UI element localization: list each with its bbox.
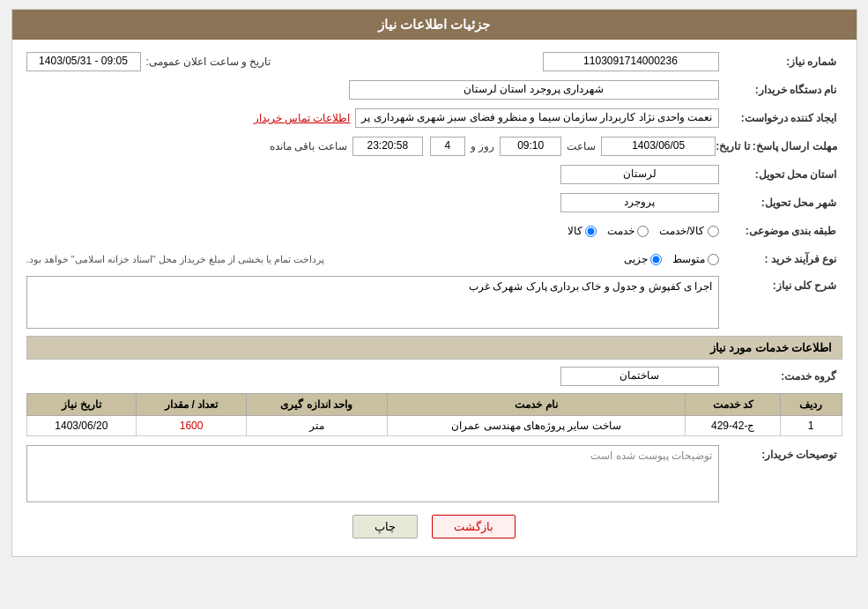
deadline-date: 1403/06/05 [601,137,716,156]
radio-jozvi[interactable]: جزیی [624,253,662,265]
province-value: لرستان [560,165,719,184]
province-label: استان محل تحویل: [719,168,842,181]
category-radio-group: کالا/خدمت خدمت کالا [26,225,719,237]
category-row: طبقه بندی موضوعی: کالا/خدمت خدمت کالا [26,219,842,242]
main-container: جزئیات اطلاعات نیاز شماره نیاز: 11030917… [11,9,857,557]
creator-value: نعمت واحدی نژاد کاربردار سازمان سیما و م… [355,108,718,128]
contact-link[interactable]: اطلاعات تماس خریدار [254,112,351,124]
cell-service_code: ج-42-429 [686,416,780,436]
purchase-type-label: نوع فرآیند خرید : [719,253,842,265]
city-value: پروجرد [560,193,719,212]
creator-label: ایجاد کننده درخواست: [719,112,842,124]
buyer-notes-placeholder: توضیحات پیوست شده است [590,449,712,462]
city-label: شهر محل تحویل: [719,197,842,209]
radio-motavaset-label: متوسط [672,253,705,265]
services-table: ردیف کد خدمت نام خدمت واحد اندازه گیری ت… [26,393,842,436]
col-quantity: تعداد / مقدار [137,394,247,416]
radio-kala-khedmat-input[interactable] [708,226,719,237]
content-area: شماره نیاز: 1103091714000236 تاریخ و ساع… [12,40,857,556]
day-label: روز و [471,140,494,152]
deadline-label: مهلت ارسال پاسخ: تا تاریخ: [716,140,842,152]
col-unit: واحد اندازه گیری [246,394,387,416]
purchase-note: پرداخت تمام یا بخشی از مبلغ خریداز محل "… [26,254,325,265]
city-row: شهر محل تحویل: پروجرد [26,191,842,214]
radio-kala-khedmat-label: کالا/خدمت [659,225,704,237]
service-group-row: گروه خدمت: ساختمان [26,365,842,388]
col-service-name: نام خدمت [387,394,686,416]
radio-kala-khedmat[interactable]: کالا/خدمت [659,225,718,237]
time-label: ساعت [567,140,596,152]
purchase-type-group: متوسط جزیی [338,253,718,265]
radio-jozvi-input[interactable] [650,254,662,265]
back-button[interactable]: بازگشت [432,515,516,538]
buyer-notes-label: توصیحات خریدار: [719,445,842,461]
creator-row: ایجاد کننده درخواست: نعمت واحدی نژاد کار… [26,107,842,130]
category-label: طبقه بندی موضوعی: [719,225,842,237]
buyer-org-label: نام دستگاه خریدار: [719,84,842,96]
buyer-org-row: نام دستگاه خریدار: شهرداری پروجرد استان … [26,78,842,101]
col-date: تاریخ نیاز [26,394,137,416]
general-desc-value: اجرا ی کفپوش و جدول و خاک برداری پارک شه… [26,276,719,329]
cell-date: 1403/06/20 [26,416,137,436]
radio-kala[interactable]: کالا [568,225,597,237]
need-number-value: 1103091714000236 [543,52,719,71]
page-title: جزئیات اطلاعات نیاز [378,17,490,32]
buyer-org-value: شهرداری پروجرد استان لرستان [349,80,719,100]
cell-unit: متر [246,416,387,436]
buyer-notes-row: توصیحات خریدار: توضیحات پیوست شده است [26,445,842,502]
buyer-notes-area: توضیحات پیوست شده است [26,445,719,502]
deadline-time: 09:10 [500,137,561,156]
radio-kala-label: کالا [568,225,582,237]
cell-quantity: 1600 [137,416,247,436]
need-number-row: شماره نیاز: 1103091714000236 تاریخ و ساع… [26,50,842,73]
service-group-label: گروه خدمت: [719,370,842,382]
radio-khedmat[interactable]: خدمت [607,225,649,237]
remaining-label: ساعت باقی مانده [270,140,347,152]
general-desc-row: شرح کلی نیاز: اجرا ی کفپوش و جدول و خاک … [26,276,842,329]
print-button[interactable]: چاپ [352,515,418,538]
table-row: 1ج-42-429ساخت سایر پروژه‌های مهندسی عمرا… [26,416,842,436]
page-header: جزئیات اطلاعات نیاز [12,10,857,40]
radio-motavaset-input[interactable] [708,254,719,265]
radio-jozvi-label: جزیی [624,253,648,265]
col-row-num: ردیف [780,394,842,416]
radio-khedmat-input[interactable] [637,226,649,237]
cell-row_num: 1 [780,416,842,436]
action-buttons: بازگشت چاپ [26,515,842,538]
province-row: استان محل تحویل: لرستان [26,163,842,186]
service-group-value: ساختمان [560,367,719,386]
services-section-header: اطلاعات خدمات مورد نیاز [26,336,842,360]
radio-motavaset[interactable]: متوسط [672,253,719,265]
countdown-value: 23:20:58 [352,137,423,156]
col-service-code: کد خدمت [686,394,780,416]
radio-kala-input[interactable] [585,226,597,237]
announce-value: 1403/05/31 - 09:05 [26,52,141,71]
need-number-label: شماره نیاز: [719,56,842,68]
deadline-row: مهلت ارسال پاسخ: تا تاریخ: 1403/06/05 سا… [26,135,842,158]
general-desc-label: شرح کلی نیاز: [719,276,842,292]
cell-service_name: ساخت سایر پروژه‌های مهندسی عمران [387,416,686,436]
announce-label: تاریخ و ساعت اعلان عمومی: [146,56,271,68]
day-value: 4 [430,137,465,156]
purchase-type-row: نوع فرآیند خرید : متوسط جزیی پرداخت تمام… [26,248,842,271]
radio-khedmat-label: خدمت [607,225,634,237]
